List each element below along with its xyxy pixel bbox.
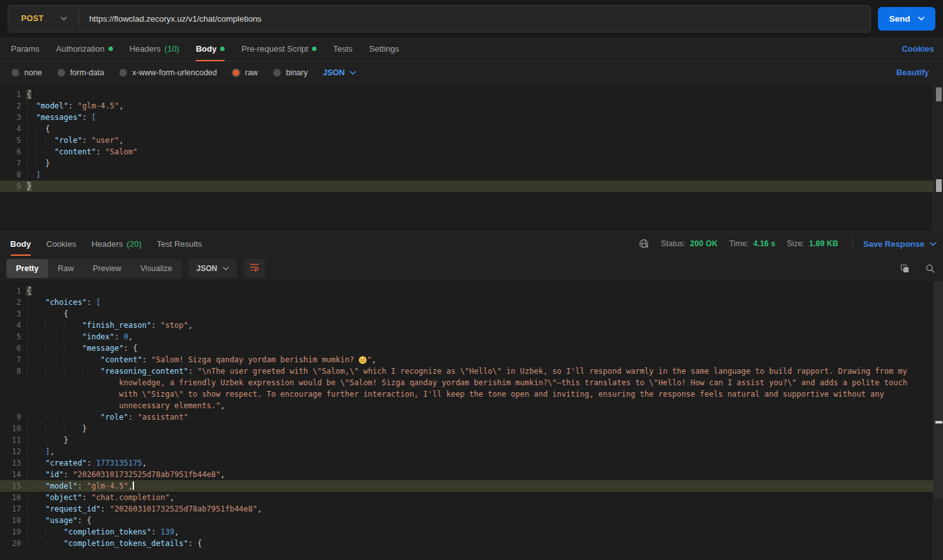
line-number: 8 [0, 169, 27, 181]
send-button[interactable]: Send [878, 7, 935, 31]
code-line: 8 ] [0, 169, 943, 181]
request-url-bar: POST https://flowclad.zecoryx.uz/v1/chat… [0, 0, 943, 37]
radio-raw[interactable]: raw [232, 68, 258, 77]
code-line: 10 } [0, 423, 943, 434]
code-line: 5 "index": 0, [0, 331, 943, 343]
green-status-dot [108, 47, 113, 51]
response-body-editor[interactable]: 1{2 "choices": [3 {4 "finish_reason": "s… [0, 281, 943, 560]
view-visualize[interactable]: Visualize [131, 259, 182, 278]
response-tab-cookies[interactable]: Cookies [39, 232, 84, 255]
code-content: "finish_reason": "stop", [27, 320, 943, 331]
code-line: 5 "role": "user", [0, 135, 943, 146]
tab-label: Body [196, 44, 217, 54]
radio-label: binary [286, 68, 308, 77]
line-number: 7 [0, 158, 27, 169]
wrap-text-button[interactable] [244, 259, 265, 278]
scrollbar-thumb[interactable] [934, 281, 943, 499]
size-value: 1.89 KB [809, 239, 838, 248]
tab-body[interactable]: Body [188, 37, 234, 61]
radio-none[interactable]: none [11, 68, 42, 77]
tab-label: Params [11, 44, 40, 54]
code-content: { [27, 123, 943, 135]
code-content: "messages": [ [27, 112, 943, 123]
code-content: "choices": [ [27, 297, 943, 308]
tab-label: Tests [333, 44, 352, 54]
radio-label: form-data [70, 68, 105, 77]
network-globe-icon[interactable] [639, 239, 650, 249]
code-content: } [27, 423, 943, 434]
request-body-editor[interactable]: 1{2 "model": "glm-4.5",3 "messages": [4 … [0, 84, 943, 232]
response-tab-headers[interactable]: Headers(20) [84, 232, 149, 255]
tab-label: Test Results [157, 239, 202, 249]
code-content: "created": 1773135175, [27, 457, 943, 469]
code-content: "usage": { [27, 515, 943, 526]
response-section-header: Body Cookies Headers(20) Test Results St… [0, 232, 943, 255]
radio-circle-icon [119, 69, 127, 77]
code-line: 15 "model": "glm-4.5", [0, 480, 943, 492]
response-tab-body[interactable]: Body [3, 232, 39, 255]
radio-circle-icon [11, 69, 19, 77]
code-content: "model": "glm-4.5", [27, 480, 943, 492]
time-badge: Time:4.16 s [729, 239, 776, 248]
code-line: 14 "id": "202603101732525d78ab7951fb44e8… [0, 469, 943, 480]
code-line: 9 "role": "assistant" [0, 411, 943, 423]
tab-params[interactable]: Params [3, 37, 48, 61]
headers-count-badge: (10) [165, 44, 179, 54]
code-content: "model": "glm-4.5", [27, 100, 943, 112]
view-preview[interactable]: Preview [83, 259, 130, 278]
code-content: "role": "user", [27, 135, 943, 146]
code-line: 4 { [0, 123, 943, 135]
tab-headers[interactable]: Headers(10) [121, 37, 188, 61]
line-number: 10 [0, 423, 27, 434]
smiling-face-emoji [359, 355, 367, 364]
green-status-dot [312, 47, 316, 51]
tab-pre-request-script[interactable]: Pre-request Script [233, 37, 325, 61]
line-number: 2 [0, 297, 27, 308]
code-content: "request_id": "202603101732525d78ab7951f… [27, 503, 943, 515]
view-pretty[interactable]: Pretty [6, 259, 48, 278]
view-raw[interactable]: Raw [48, 259, 83, 278]
code-content: { [27, 308, 943, 320]
text-cursor [133, 482, 134, 490]
radio-x-www-form-urlencoded[interactable]: x-www-form-urlencoded [119, 68, 217, 77]
radio-form-data[interactable]: form-data [57, 68, 105, 77]
response-meta: Status:200 OK Time:4.16 s Size:1.89 KB S… [639, 232, 937, 255]
headers-count-badge: (20) [127, 239, 142, 249]
line-number: 16 [0, 492, 27, 503]
tab-label: Pre-request Script [241, 44, 308, 54]
response-tab-test-results[interactable]: Test Results [149, 232, 210, 255]
tab-settings[interactable]: Settings [361, 37, 408, 61]
cursor-line-marker [936, 179, 942, 192]
body-type-bar: none form-data x-www-form-urlencoded raw… [0, 61, 943, 84]
size-badge: Size:1.89 KB [787, 239, 838, 248]
tab-authorization[interactable]: Authorization [48, 37, 121, 61]
line-number: 17 [0, 503, 27, 515]
cookies-link[interactable]: Cookies [895, 37, 940, 61]
radio-label: none [24, 68, 42, 77]
save-response-button[interactable]: Save Response [852, 237, 937, 251]
copy-response-icon[interactable] [900, 263, 910, 274]
body-format-select[interactable]: JSON [323, 68, 356, 77]
code-line: 20 "completion_tokens_details": { [0, 538, 943, 549]
radio-binary[interactable]: binary [273, 68, 308, 77]
chevron-down-icon [930, 242, 937, 246]
code-content: "content": "Salom! Sizga qanday yordam b… [27, 354, 943, 365]
url-input[interactable]: https://flowclad.zecoryx.uz/v1/chat/comp… [79, 14, 870, 24]
code-line: 7 } [0, 158, 943, 169]
line-number: 19 [0, 526, 27, 538]
code-line: 12 ], [0, 446, 943, 457]
chevron-down-icon [61, 17, 67, 20]
response-format-select[interactable]: JSON [188, 259, 238, 278]
code-content: } [27, 434, 943, 446]
tab-label: Body [10, 239, 31, 249]
method-select[interactable]: POST [8, 6, 78, 32]
tab-tests[interactable]: Tests [325, 37, 360, 61]
scrollbar-thumb[interactable] [936, 87, 942, 101]
status-label: Status: [661, 239, 686, 248]
search-icon[interactable] [925, 263, 935, 274]
overview-ruler[interactable] [933, 281, 943, 560]
code-line: 7 "content": "Salom! Sizga qanday yordam… [0, 354, 943, 365]
beautify-link[interactable]: Beautify [890, 68, 935, 77]
scrollbar-track[interactable] [933, 84, 943, 232]
line-number: 5 [0, 135, 27, 146]
